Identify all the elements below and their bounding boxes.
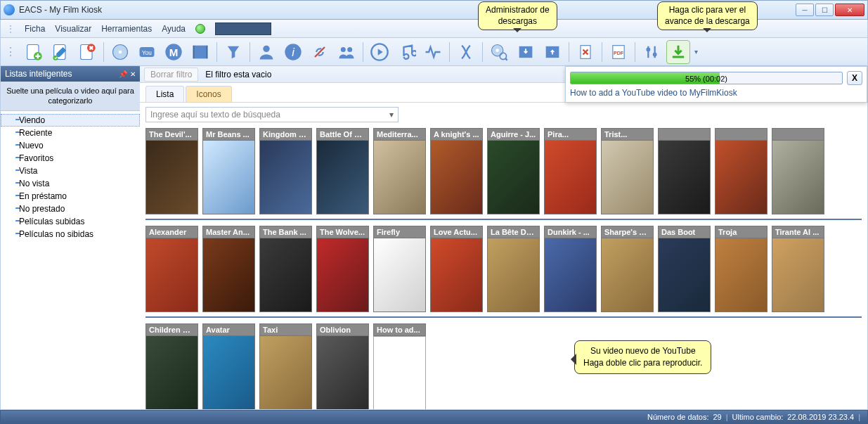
menu-visualizar[interactable]: Visualizar — [55, 24, 91, 34]
movie-card[interactable]: Troja — [715, 226, 767, 312]
sidebar-item-6[interactable]: En préstamo — [1, 190, 140, 203]
sidebar-item-label: Nuevo — [19, 141, 44, 150]
movie-card[interactable]: Taxi — [259, 323, 312, 409]
movie-card[interactable]: Pira... — [544, 128, 597, 214]
maximize-button[interactable]: ☐ — [815, 4, 834, 16]
movie-poster — [487, 141, 540, 214]
filter-button[interactable] — [221, 40, 245, 64]
sidebar-item-9[interactable]: Películas no sibidas — [1, 228, 140, 240]
movie-card[interactable]: Trist... — [601, 128, 654, 214]
menu-ayuda[interactable]: Ayuda — [162, 24, 186, 34]
movie-card[interactable]: Master An... — [202, 226, 255, 312]
sidebar-item-5[interactable]: No vista — [1, 177, 140, 190]
movie-card[interactable]: Alexander — [145, 226, 198, 312]
movie-title: A knight's ... — [430, 128, 483, 141]
clear-filter-button[interactable]: Borrar filtro — [144, 68, 198, 82]
svg-text:M: M — [169, 46, 179, 58]
info-button[interactable]: i — [281, 40, 305, 64]
movie-card[interactable]: Aguirre - J... — [487, 128, 540, 214]
menu-field[interactable] — [215, 23, 271, 35]
filter-status: El filtro esta vacio — [205, 70, 271, 79]
movie-poster — [202, 336, 255, 409]
movie-card[interactable]: Mediterra... — [373, 128, 426, 214]
movie-card[interactable] — [715, 128, 767, 214]
download-panel: 55% (00:02) X How to add a YouTube video… — [565, 66, 867, 103]
svg-point-3 — [53, 55, 58, 60]
movie-card[interactable]: The Devil'... — [145, 128, 198, 214]
movie-card[interactable]: Kingdom O... — [259, 128, 312, 214]
import-button[interactable] — [514, 40, 538, 64]
menu-herramientas[interactable]: Herramientas — [101, 24, 152, 34]
user-button[interactable] — [254, 40, 278, 64]
movie-card[interactable] — [658, 128, 711, 214]
close-button[interactable]: ✕ — [835, 4, 864, 16]
play-button[interactable] — [368, 40, 391, 64]
sidebar-item-label: No vista — [19, 179, 49, 188]
tab-iconos[interactable]: Iconos — [186, 86, 231, 102]
svg-point-22 — [495, 49, 499, 52]
export-button[interactable] — [540, 40, 564, 64]
delete-doc-button[interactable] — [75, 40, 99, 64]
pulse-button[interactable] — [421, 40, 445, 64]
sidebar-item-1[interactable]: Reciente — [1, 127, 140, 139]
movie-card[interactable]: Battle Of B... — [316, 128, 369, 214]
search-input[interactable]: Ingrese aquí su texto de búsqueda ▾ — [145, 107, 399, 122]
film-button[interactable] — [188, 40, 212, 64]
group-button[interactable] — [335, 40, 358, 64]
download-close-button[interactable]: X — [847, 71, 862, 85]
movie-poster — [487, 238, 540, 312]
edit-doc-button[interactable] — [48, 40, 72, 64]
movie-card[interactable]: Love Actu... — [430, 226, 483, 312]
tab-lista[interactable]: Lista — [145, 86, 184, 102]
movie-card[interactable]: Oblivion — [316, 323, 369, 409]
movie-card[interactable]: Avatar — [202, 323, 255, 409]
menu-ficha[interactable]: Ficha — [25, 24, 45, 34]
movie-card[interactable]: La Bête Du... — [487, 226, 540, 312]
movie-button[interactable]: M — [162, 40, 186, 64]
movie-title: Avatar — [202, 323, 255, 336]
movie-card[interactable]: Children O... — [145, 323, 198, 409]
movie-card[interactable]: Das Boot — [658, 226, 711, 312]
movie-card[interactable]: Sharpe's C... — [601, 226, 654, 312]
disc-search-button[interactable] — [487, 40, 511, 64]
close-panel-icon[interactable]: ✕ — [130, 70, 136, 78]
movie-card[interactable]: How to ad... — [373, 323, 426, 409]
pdf-button[interactable]: PDF — [607, 40, 630, 64]
settings-button[interactable] — [640, 40, 663, 64]
unlink-button[interactable] — [308, 40, 332, 64]
youtube-button[interactable]: You — [135, 40, 159, 64]
movie-poster — [316, 238, 369, 312]
status-bar: Número de datos: 29 | Ultimo cambio: 22.… — [0, 410, 868, 424]
movie-card[interactable]: Mr Beans ... — [202, 128, 255, 214]
movie-card[interactable]: Tirante Al ... — [772, 226, 824, 312]
movie-card[interactable]: The Bank ... — [259, 226, 312, 312]
sidebar-item-0[interactable]: Viendo — [1, 114, 140, 127]
sidebar-item-label: Favoritos — [19, 153, 53, 163]
sidebar-item-3[interactable]: Favoritos — [1, 152, 140, 165]
sidebar-item-4[interactable]: Vista — [1, 165, 140, 177]
download-button[interactable] — [666, 40, 690, 64]
doc-remove-button[interactable] — [574, 40, 597, 64]
sidebar-title: Listas inteligentes — [5, 69, 72, 79]
new-doc-button[interactable] — [22, 40, 46, 64]
movie-title: Taxi — [259, 323, 312, 336]
sidebar-item-8[interactable]: Películas subidas — [1, 215, 140, 228]
chevron-down-icon[interactable]: ▾ — [389, 110, 394, 120]
movie-card[interactable]: Firefly — [373, 226, 426, 312]
sidebar-item-7[interactable]: No prestado — [1, 203, 140, 215]
svg-point-19 — [347, 47, 352, 52]
movie-card[interactable] — [772, 128, 824, 214]
movie-poster — [145, 336, 198, 409]
movie-card[interactable]: A knight's ... — [430, 128, 483, 214]
download-progress-bar[interactable]: 55% (00:02) — [570, 72, 843, 84]
pin-icon[interactable]: 📌 — [119, 70, 127, 78]
movie-card[interactable]: Dunkirk - ... — [544, 226, 597, 312]
movie-title: The Devil'... — [145, 128, 198, 141]
dna-button[interactable] — [454, 40, 478, 64]
minimize-button[interactable]: ─ — [796, 4, 814, 16]
sidebar-tree: ViendoRecienteNuevoFavoritosVistaNo vist… — [1, 111, 140, 409]
disc-button[interactable] — [108, 40, 132, 64]
music-button[interactable] — [394, 40, 418, 64]
sidebar-item-2[interactable]: Nuevo — [1, 139, 140, 152]
movie-card[interactable]: The Wolve... — [316, 226, 369, 312]
